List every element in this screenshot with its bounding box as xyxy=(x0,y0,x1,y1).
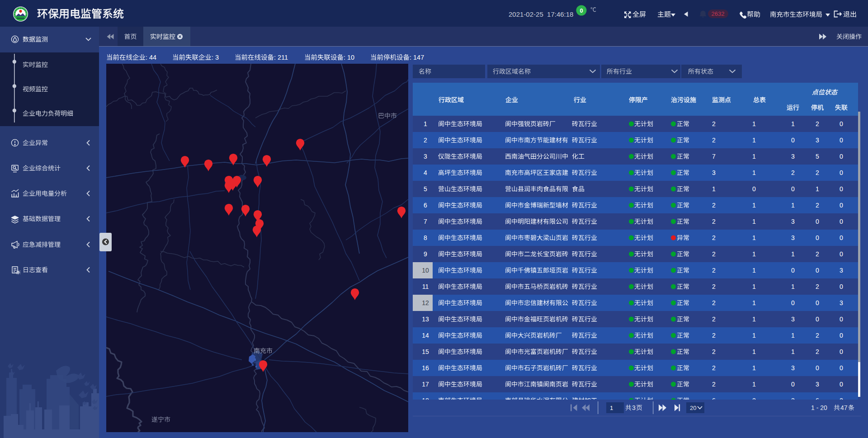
svg-text:12: 12 xyxy=(422,299,429,306)
svg-text:0: 0 xyxy=(840,316,843,323)
svg-text:1: 1 xyxy=(424,120,427,127)
svg-text:2: 2 xyxy=(712,332,716,339)
svg-text:1: 1 xyxy=(791,250,795,258)
svg-text:3: 3 xyxy=(840,299,843,306)
svg-text:1: 1 xyxy=(816,185,819,193)
svg-text:1: 1 xyxy=(791,283,795,290)
svg-text:20: 20 xyxy=(690,405,696,411)
svg-text:3: 3 xyxy=(791,364,795,372)
svg-text:: 211: : 211 xyxy=(274,54,288,61)
svg-text:3: 3 xyxy=(791,153,795,160)
svg-text:1: 1 xyxy=(791,348,795,355)
svg-text:3: 3 xyxy=(840,267,843,274)
svg-text:1: 1 xyxy=(752,332,756,339)
svg-text:4: 4 xyxy=(424,169,427,176)
svg-text:1: 1 xyxy=(752,364,756,372)
svg-text:3: 3 xyxy=(816,381,819,388)
svg-text:1: 1 xyxy=(752,316,756,323)
svg-text:17: 17 xyxy=(422,381,429,388)
svg-text:1: 1 xyxy=(791,202,795,209)
svg-text:2: 2 xyxy=(816,202,819,209)
svg-text:9: 9 xyxy=(424,250,427,258)
svg-text:1: 1 xyxy=(752,234,756,241)
svg-text:6: 6 xyxy=(816,397,819,404)
svg-text:2: 2 xyxy=(712,316,716,323)
svg-text:0: 0 xyxy=(816,364,819,372)
svg-text:0: 0 xyxy=(816,299,819,306)
svg-text:0: 0 xyxy=(791,299,795,306)
svg-text:3: 3 xyxy=(791,316,795,323)
svg-text:1: 1 xyxy=(752,283,756,290)
svg-text:0: 0 xyxy=(840,283,843,290)
svg-text:16: 16 xyxy=(422,364,429,372)
svg-text:0: 0 xyxy=(840,348,843,355)
svg-text:0: 0 xyxy=(840,153,843,160)
svg-text:0: 0 xyxy=(840,169,843,176)
svg-text:2: 2 xyxy=(712,218,716,225)
svg-text:7: 7 xyxy=(424,218,427,225)
svg-text:1: 1 xyxy=(752,218,756,225)
svg-text:1: 1 xyxy=(752,348,756,355)
svg-text:11: 11 xyxy=(422,283,429,290)
svg-text:0: 0 xyxy=(840,202,843,209)
svg-text:2: 2 xyxy=(712,234,716,241)
svg-text:0: 0 xyxy=(816,234,819,241)
svg-text:14: 14 xyxy=(422,332,429,339)
svg-text:3: 3 xyxy=(424,153,427,160)
svg-text:7: 7 xyxy=(712,153,716,160)
svg-text:2: 2 xyxy=(712,250,716,258)
svg-text:2: 2 xyxy=(791,169,795,176)
svg-text:0: 0 xyxy=(840,364,843,372)
svg-text:3: 3 xyxy=(791,397,795,404)
svg-text:3: 3 xyxy=(712,169,716,176)
svg-text:2: 2 xyxy=(712,202,716,209)
svg-text:0: 0 xyxy=(840,250,843,258)
svg-text:2: 2 xyxy=(712,283,716,290)
svg-text:1: 1 xyxy=(791,332,795,339)
svg-text:1: 1 xyxy=(791,120,795,127)
svg-text:6: 6 xyxy=(712,397,716,404)
svg-text:2: 2 xyxy=(712,267,716,274)
svg-text:18: 18 xyxy=(422,397,429,404)
svg-text:0: 0 xyxy=(840,137,843,144)
svg-text:2: 2 xyxy=(712,381,716,388)
svg-text:1: 1 xyxy=(752,267,756,274)
svg-text:1: 1 xyxy=(752,299,756,306)
svg-text:2: 2 xyxy=(816,120,819,127)
svg-text:0: 0 xyxy=(816,316,819,323)
svg-text:1: 1 xyxy=(752,153,756,160)
svg-text:47: 47 xyxy=(840,404,848,411)
svg-text:0: 0 xyxy=(791,267,795,274)
svg-text:0: 0 xyxy=(840,218,843,225)
svg-text:1: 1 xyxy=(752,120,756,127)
svg-text:0: 0 xyxy=(791,381,795,388)
svg-text:2: 2 xyxy=(712,137,716,144)
svg-text:: 3: : 3 xyxy=(212,54,219,61)
svg-text:2021-02-25 17:46:18: 2021-02-25 17:46:18 xyxy=(509,10,573,18)
svg-text:10: 10 xyxy=(422,267,429,274)
svg-text:1: 1 xyxy=(752,202,756,209)
svg-text:0: 0 xyxy=(816,218,819,225)
svg-text:3: 3 xyxy=(791,218,795,225)
svg-text:1 - 20: 1 - 20 xyxy=(811,404,827,411)
svg-text:0: 0 xyxy=(840,185,843,193)
svg-text:13: 13 xyxy=(422,316,429,323)
svg-text:2: 2 xyxy=(712,348,716,355)
svg-text:2632: 2632 xyxy=(712,10,725,17)
svg-text:1: 1 xyxy=(752,381,756,388)
svg-text:: 10: : 10 xyxy=(344,54,354,61)
svg-text:3: 3 xyxy=(791,234,795,241)
svg-text:2: 2 xyxy=(424,137,427,144)
svg-text:1: 1 xyxy=(712,185,716,193)
svg-text:2: 2 xyxy=(712,120,716,127)
svg-text:: 147: : 147 xyxy=(410,54,424,61)
svg-text:2: 2 xyxy=(816,348,819,355)
svg-text:: 44: : 44 xyxy=(146,54,156,61)
svg-text:15: 15 xyxy=(422,348,429,355)
svg-text:0: 0 xyxy=(580,7,583,14)
svg-text:0: 0 xyxy=(840,332,843,339)
svg-text:1: 1 xyxy=(752,169,756,176)
svg-text:1: 1 xyxy=(752,137,756,144)
svg-text:0: 0 xyxy=(816,267,819,274)
svg-text:1: 1 xyxy=(752,250,756,258)
